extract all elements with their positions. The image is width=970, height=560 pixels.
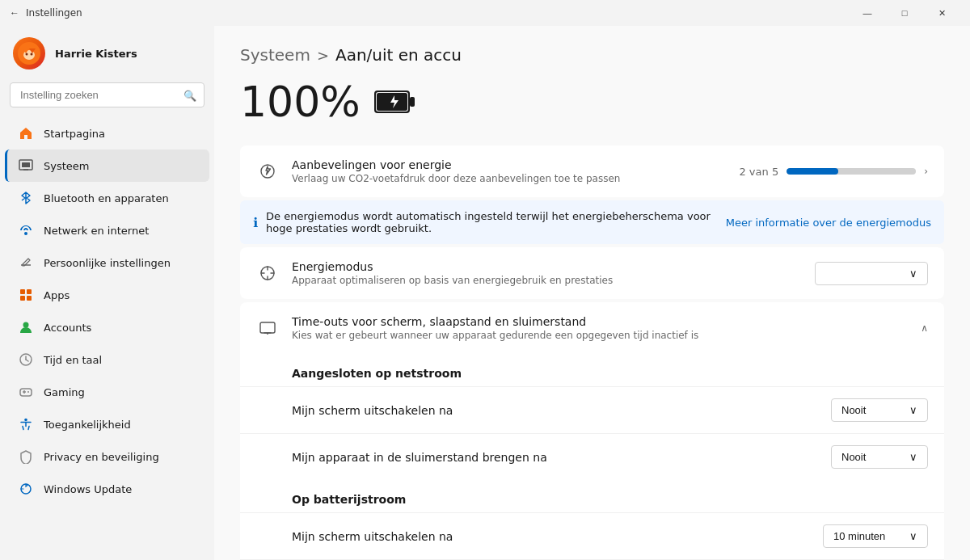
sidebar-nav: Startpagina Systeem Bluetooth en apparat… [0, 117, 214, 505]
info-banner: ℹ De energiemodus wordt automatisch inge… [240, 200, 944, 244]
energy-rec-progress-text: 2 van 5 [739, 166, 778, 178]
netstroom-sleep-dropdown[interactable]: Nooit ∨ [831, 445, 928, 469]
svg-point-6 [27, 56, 31, 58]
avatar [13, 37, 45, 69]
sidebar-item-netwerk[interactable]: Netwerk en internet [5, 214, 209, 246]
app-title: Instellingen [26, 7, 82, 19]
sidebar-item-bluetooth[interactable]: Bluetooth en apparaten [5, 182, 209, 214]
netstroom-row-2: Mijn apparaat in de sluimerstand brengen… [240, 433, 944, 480]
energy-mode-card: Energiemodus Apparaat optimaliseren op b… [240, 247, 944, 299]
window-controls: — □ ✕ [849, 0, 960, 26]
sidebar-item-gaming[interactable]: Gaming [5, 376, 209, 408]
dropdown-value: 10 minuten [833, 530, 885, 542]
sidebar-label-netwerk: Netwerk en internet [44, 225, 149, 237]
gaming-icon [18, 384, 34, 400]
energy-progress-bar [787, 168, 916, 175]
app-body: Harrie Kisters 🔍 Startpagina Systeem [0, 26, 970, 560]
sidebar-item-update[interactable]: Windows Update [5, 473, 209, 505]
dropdown-value: Nooit [841, 451, 866, 463]
accessibility-icon [18, 416, 34, 432]
svg-rect-14 [20, 296, 25, 301]
sidebar-label-apps: Apps [44, 289, 70, 301]
battery-row-1: Mijn scherm uitschakelen na 10 minuten ∨ [240, 512, 944, 559]
minimize-button[interactable]: — [849, 0, 886, 26]
svg-point-5 [31, 53, 33, 56]
back-button[interactable]: ← [10, 7, 19, 19]
bluetooth-icon [18, 190, 34, 206]
breadcrumb-separator: > [317, 47, 329, 64]
energy-rec-icon [256, 160, 279, 183]
dropdown-chevron: ∨ [909, 530, 917, 542]
energy-mode-right: ∨ [815, 262, 928, 285]
accounts-icon [18, 319, 34, 335]
battery-screen-dropdown[interactable]: 10 minuten ∨ [823, 524, 928, 548]
energy-mode-desc: Apparaat optimaliseren op basis van ener… [292, 275, 802, 286]
dropdown-chevron: ∨ [909, 267, 917, 280]
energy-mode-label: Energiemodus [292, 260, 802, 273]
search-icon: 🔍 [183, 89, 196, 101]
timeouts-section: Time-outs voor scherm, slaapstand en slu… [240, 302, 944, 560]
sidebar-label-personalisatie: Persoonlijke instellingen [44, 257, 171, 269]
netstroom-title: Aangesloten op netstroom [240, 354, 944, 386]
search-input[interactable] [10, 82, 205, 107]
sidebar-item-startpagina[interactable]: Startpagina [5, 117, 209, 149]
user-profile[interactable]: Harrie Kisters [0, 26, 214, 82]
svg-rect-31 [260, 322, 275, 333]
timeouts-desc: Kies wat er gebeurt wanneer uw apparaat … [292, 330, 908, 341]
energy-mode-text: Energiemodus Apparaat optimaliseren op b… [292, 260, 802, 286]
privacy-icon [18, 448, 34, 465]
energy-mode-dropdown[interactable]: ∨ [815, 262, 928, 285]
avatar-image [18, 42, 40, 65]
energy-rec-text: Aanbevelingen voor energie Verlaag uw CO… [292, 158, 726, 184]
sidebar-item-privacy[interactable]: Privacy en beveiliging [5, 440, 209, 473]
timeouts-label: Time-outs voor scherm, slaapstand en slu… [292, 315, 908, 328]
info-icon: ℹ [253, 215, 258, 230]
svg-rect-28 [410, 97, 415, 107]
sidebar-item-tijd[interactable]: Tijd en taal [5, 343, 209, 376]
svg-point-4 [26, 53, 28, 56]
energy-mode-row: Energiemodus Apparaat optimaliseren op b… [240, 247, 944, 299]
svg-rect-13 [27, 289, 32, 294]
svg-point-23 [27, 391, 29, 393]
netstroom-section: Aangesloten op netstroom Mijn scherm uit… [240, 354, 944, 480]
maximize-button[interactable]: □ [886, 0, 923, 26]
netstroom-row-1: Mijn scherm uitschakelen na Nooit ∨ [240, 386, 944, 433]
energy-recommendations-row[interactable]: Aanbevelingen voor energie Verlaag uw CO… [240, 145, 944, 197]
search-box: 🔍 [10, 82, 205, 107]
sidebar-item-accounts[interactable]: Accounts [5, 311, 209, 343]
info-banner-text: De energiemodus wordt automatisch ingest… [266, 210, 718, 234]
dropdown-chevron: ∨ [909, 404, 917, 416]
sidebar-item-personalisatie[interactable]: Persoonlijke instellingen [5, 246, 209, 279]
breadcrumb-current: Aan/uit en accu [335, 45, 462, 65]
dropdown-value: Nooit [841, 404, 866, 416]
network-icon [18, 222, 34, 238]
personalize-icon [18, 255, 34, 271]
battery-screen-label: Mijn scherm uitschakelen na [292, 530, 810, 543]
sidebar-item-toegankelijkheid[interactable]: Toegankelijkheid [5, 408, 209, 440]
system-icon [18, 158, 34, 174]
chevron-up-icon: ∧ [921, 322, 928, 334]
breadcrumb-parent: Systeem [240, 45, 310, 65]
svg-line-19 [26, 360, 28, 361]
main-content: Systeem > Aan/uit en accu 100% [214, 26, 970, 560]
info-banner-link[interactable]: Meer informatie over de energiemodus [726, 217, 931, 229]
svg-point-10 [24, 232, 27, 235]
user-name: Harrie Kisters [55, 48, 137, 60]
sidebar-item-systeem[interactable]: Systeem [5, 149, 209, 182]
sidebar: Harrie Kisters 🔍 Startpagina Systeem [0, 26, 214, 560]
netstroom-screen-dropdown[interactable]: Nooit ∨ [831, 398, 928, 422]
sidebar-label-bluetooth: Bluetooth en apparaten [44, 192, 169, 204]
close-button[interactable]: ✕ [923, 0, 960, 26]
svg-point-16 [23, 322, 29, 328]
apps-icon [18, 287, 34, 303]
timeouts-header[interactable]: Time-outs voor scherm, slaapstand en slu… [240, 302, 944, 354]
timeouts-icon [256, 317, 279, 339]
chevron-right-icon: › [924, 166, 928, 177]
timeouts-header-text: Time-outs voor scherm, slaapstand en slu… [292, 315, 908, 341]
svg-point-24 [24, 419, 27, 422]
energy-recommendations-card: Aanbevelingen voor energie Verlaag uw CO… [240, 145, 944, 197]
svg-rect-12 [20, 289, 25, 294]
breadcrumb: Systeem > Aan/uit en accu [240, 45, 944, 65]
sidebar-label-accounts: Accounts [44, 322, 91, 334]
sidebar-item-apps[interactable]: Apps [5, 279, 209, 311]
